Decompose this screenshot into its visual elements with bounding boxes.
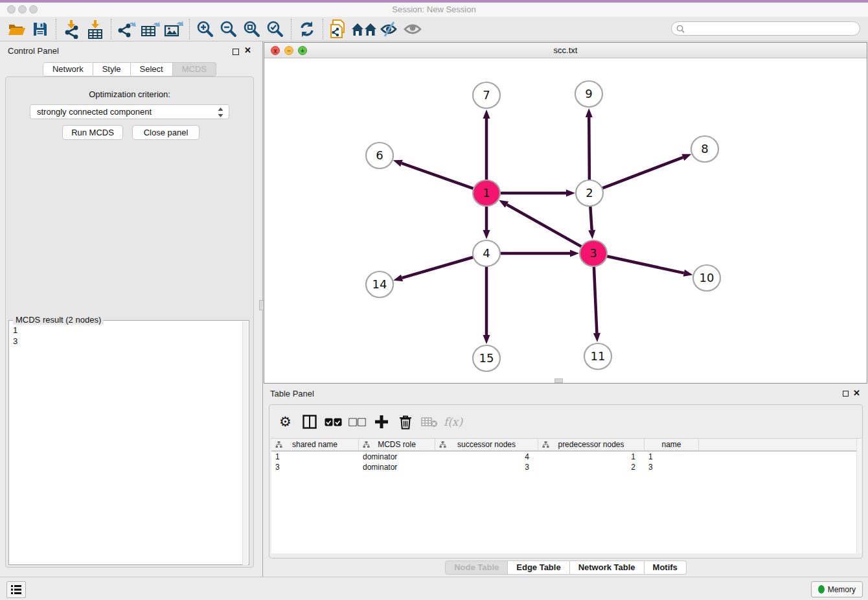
edge-2-9[interactable] [589, 117, 589, 181]
mcds-result-list: 1 3 [13, 325, 17, 347]
delete-column-button[interactable] [393, 411, 417, 433]
edge-1-6[interactable] [402, 163, 475, 189]
show-columns-button[interactable] [297, 411, 321, 433]
memory-label: Memory [828, 585, 856, 594]
tab-edge-table[interactable]: Edge Table [508, 560, 569, 575]
cell-shared-name[interactable]: 1 [271, 452, 359, 462]
graph-node-6[interactable]: 6 [366, 143, 393, 168]
deselect-all-columns-button[interactable] [345, 411, 369, 433]
zoom-window-button[interactable] [29, 5, 38, 14]
table-scrollbar[interactable] [856, 439, 862, 553]
run-mcds-button[interactable]: Run MCDS [62, 125, 123, 140]
graph-node-1[interactable]: 1 [473, 180, 500, 206]
criterion-dropdown[interactable]: strongly connected component [30, 104, 229, 119]
column-header-name[interactable]: name [645, 439, 699, 450]
save-session-button[interactable] [29, 19, 52, 40]
graph-node-8[interactable]: 8 [691, 136, 718, 162]
edge-2-3[interactable] [590, 205, 592, 230]
edge-3-10[interactable] [605, 256, 684, 273]
duplicate-network-button[interactable] [327, 19, 350, 40]
zoom-fit-button[interactable] [240, 19, 264, 40]
graph-node-15[interactable]: 15 [473, 345, 500, 371]
graph-node-7[interactable]: 7 [473, 82, 500, 108]
cell-successor-nodes[interactable]: 4 [435, 452, 538, 462]
import-network-button[interactable] [60, 19, 84, 40]
toggle-graphics-details-button[interactable] [378, 19, 401, 40]
network-maximize-icon[interactable]: + [298, 46, 307, 55]
cell-name[interactable]: 3 [645, 462, 699, 472]
import-network-icon [62, 19, 82, 39]
table-settings-button[interactable]: ⚙ [273, 411, 297, 433]
graph-node-14[interactable]: 14 [366, 271, 393, 297]
export-network-button[interactable] [115, 19, 139, 40]
open-session-button[interactable] [5, 19, 29, 40]
close-window-button[interactable] [7, 5, 16, 14]
chevron-updown-icon [218, 108, 223, 121]
refresh-button[interactable] [295, 19, 319, 40]
close-panel-button[interactable]: Close panel [132, 125, 200, 140]
graph-node-10[interactable]: 10 [693, 265, 720, 291]
control-panel-close-icon[interactable]: ✕ [244, 45, 251, 55]
tab-style[interactable]: Style [93, 62, 131, 76]
minimize-window-button[interactable] [18, 5, 27, 14]
network-window-resize-grip[interactable] [554, 378, 563, 383]
graph-node-11[interactable]: 11 [584, 343, 611, 369]
zoom-selected-button[interactable] [264, 19, 287, 40]
network-canvas[interactable]: 7968124314101511 [264, 58, 867, 383]
tab-mcds[interactable]: MCDS [173, 62, 216, 76]
cell-predecessor-nodes[interactable]: 2 [538, 462, 645, 472]
edge-arrowhead [683, 270, 693, 277]
table-row[interactable]: 3dominator323 [271, 462, 862, 472]
edge-4-14[interactable] [402, 257, 475, 278]
network-minimize-icon[interactable]: – [284, 46, 293, 55]
create-column-button[interactable] [369, 411, 393, 433]
column-header-predecessor-nodes[interactable]: predecessor nodes [538, 439, 645, 450]
column-header-successor-nodes[interactable]: successor nodes [435, 439, 538, 450]
home-button[interactable] [350, 19, 378, 40]
edge-3-1[interactable] [507, 205, 583, 248]
node-table[interactable]: shared nameMCDS rolesuccessor nodesprede… [271, 438, 862, 553]
cell-name[interactable]: 1 [645, 452, 699, 462]
control-panel-float-icon[interactable] [233, 49, 239, 55]
edge-arrowhead [393, 275, 403, 282]
memory-button[interactable]: Memory [811, 581, 863, 597]
cell-MCDS-role[interactable]: dominator [359, 452, 435, 462]
tab-node-table[interactable]: Node Table [445, 560, 508, 575]
network-window-titlebar[interactable]: x – + scc.txt [264, 43, 867, 58]
show-panels-button[interactable] [6, 581, 26, 598]
export-image-button[interactable] [162, 19, 185, 40]
tab-motifs[interactable]: Motifs [645, 560, 687, 575]
search-input[interactable] [687, 24, 860, 33]
zoom-in-button[interactable] [194, 19, 217, 40]
column-header-shared-name[interactable]: shared name [271, 439, 359, 450]
zoom-out-button[interactable] [217, 19, 240, 40]
table-panel-close-icon[interactable]: ✕ [853, 388, 860, 398]
graph-node-2[interactable]: 2 [576, 180, 603, 206]
cell-predecessor-nodes[interactable]: 1 [538, 452, 645, 462]
network-close-icon[interactable]: x [271, 46, 280, 55]
tab-network[interactable]: Network [43, 62, 93, 76]
delete-table-button[interactable] [417, 411, 441, 433]
result-scrollbar[interactable] [242, 321, 248, 565]
export-table-button[interactable] [139, 19, 162, 40]
function-builder-button[interactable]: f(x) [441, 411, 465, 433]
select-all-columns-button[interactable] [321, 411, 345, 433]
column-header-MCDS-role[interactable]: MCDS role [359, 439, 435, 450]
cell-MCDS-role[interactable]: dominator [359, 462, 435, 472]
graph-node-3[interactable]: 3 [580, 240, 607, 266]
graph-node-4[interactable]: 4 [473, 240, 500, 266]
search-field[interactable] [671, 21, 860, 36]
tab-network-table[interactable]: Network Table [570, 560, 645, 575]
import-table-button[interactable] [84, 19, 107, 40]
table-panel-float-icon[interactable] [843, 391, 849, 397]
edge-3-11[interactable] [594, 265, 597, 333]
edge-2-8[interactable] [600, 157, 683, 189]
tab-select[interactable]: Select [131, 62, 173, 76]
cell-shared-name[interactable]: 3 [271, 462, 359, 472]
graph-node-9[interactable]: 9 [575, 81, 602, 107]
svg-text:7: 7 [483, 88, 490, 102]
show-hide-panel-button[interactable] [401, 19, 424, 40]
table-toolbar: ⚙ [273, 409, 465, 435]
cell-successor-nodes[interactable]: 3 [435, 462, 538, 472]
table-row[interactable]: 1dominator411 [271, 452, 862, 462]
